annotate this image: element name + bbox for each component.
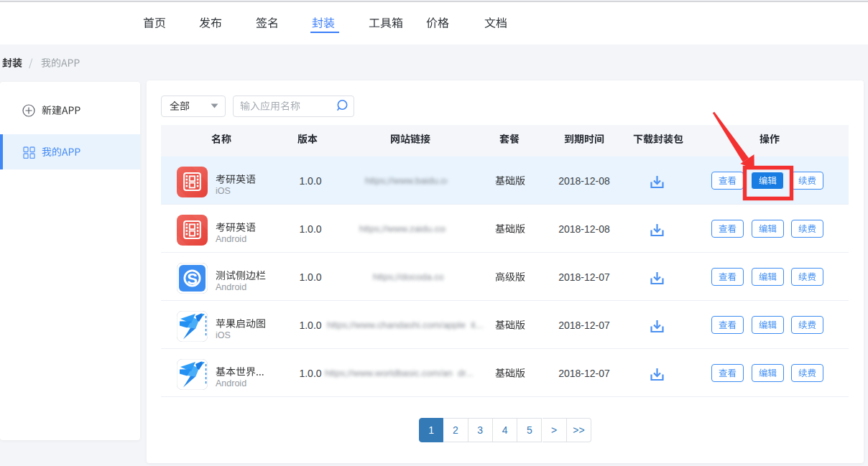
svg-text:S: S [187, 270, 198, 288]
